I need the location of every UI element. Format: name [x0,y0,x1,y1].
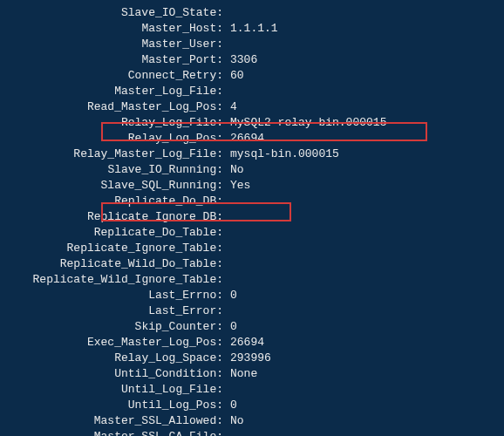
status-value: Yes [227,178,250,194]
status-value: 0 [227,398,237,413]
status-row: Master_Log_File: [0,84,504,99]
status-row: Skip_Counter:0 [0,319,504,335]
status-label: Replicate_Do_DB: [0,194,227,209]
status-label: Relay_Log_File: [0,115,227,131]
status-label: Relay_Log_Space: [0,351,227,366]
status-value [227,256,230,272]
mysql-status-output: Slave_IO_State:Master_Host:1.1.1.1Master… [0,5,504,436]
status-label: Replicate_Wild_Ignore_Table: [0,272,227,288]
status-value: mysql-bin.000015 [227,146,339,162]
status-label: Replicate_Ignore_DB: [0,209,227,225]
status-label: Last_Errno: [0,288,227,303]
status-value: MySQL2-relay-bin.000015 [227,115,386,131]
status-label: Slave_IO_Running: [0,162,227,178]
status-value: 26694 [227,131,264,146]
status-value: No [227,413,244,429]
status-label: Slave_IO_State: [0,5,227,21]
status-row: Master_SSL_CA_File: [0,429,504,436]
status-label: Master_SSL_CA_File: [0,429,227,436]
status-value [227,209,230,225]
status-value: 1.1.1.1 [227,21,278,37]
status-label: Replicate_Wild_Do_Table: [0,256,227,272]
status-row: Relay_Log_File:MySQL2-relay-bin.000015 [0,115,504,131]
status-label: Last_Error: [0,303,227,319]
status-value [227,37,230,52]
status-value: No [227,162,244,178]
status-value: 4 [227,99,237,115]
status-row: Last_Error: [0,303,504,319]
status-value [227,241,230,256]
status-row: Master_SSL_Allowed:No [0,413,504,429]
status-label: Connect_Retry: [0,68,227,84]
status-label: Master_Log_File: [0,84,227,99]
status-label: Master_Host: [0,21,227,37]
status-label: Relay_Master_Log_File: [0,146,227,162]
status-row: Read_Master_Log_Pos:4 [0,99,504,115]
status-row: Slave_IO_Running:No [0,162,504,178]
status-row: Until_Condition:None [0,366,504,382]
status-row: Slave_IO_State: [0,5,504,21]
status-row: Last_Errno:0 [0,288,504,303]
status-value [227,194,230,209]
status-row: Slave_SQL_Running:Yes [0,178,504,194]
status-label: Slave_SQL_Running: [0,178,227,194]
status-row: Replicate_Do_Table: [0,225,504,241]
status-row: Replicate_Wild_Do_Table: [0,256,504,272]
status-label: Relay_Log_Pos: [0,131,227,146]
status-label: Master_SSL_Allowed: [0,413,227,429]
status-value [227,84,230,99]
status-value: None [227,366,257,382]
status-row: Relay_Log_Space:293996 [0,351,504,366]
status-row: Exec_Master_Log_Pos:26694 [0,335,504,351]
status-label: Until_Condition: [0,366,227,382]
status-value: 26694 [227,335,264,351]
status-label: Replicate_Ignore_Table: [0,241,227,256]
status-value: 0 [227,288,237,303]
status-value: 0 [227,319,237,335]
status-value: 3306 [227,52,257,68]
status-label: Master_Port: [0,52,227,68]
status-row: Relay_Log_Pos:26694 [0,131,504,146]
status-value [227,5,230,21]
status-value: 60 [227,68,244,84]
status-row: Until_Log_File: [0,382,504,398]
status-value [227,382,230,398]
status-row: Replicate_Ignore_Table: [0,241,504,256]
status-value [227,429,230,436]
status-row: Relay_Master_Log_File:mysql-bin.000015 [0,146,504,162]
status-label: Replicate_Do_Table: [0,225,227,241]
status-row: Connect_Retry:60 [0,68,504,84]
status-label: Until_Log_File: [0,382,227,398]
status-label: Read_Master_Log_Pos: [0,99,227,115]
status-row: Master_Host:1.1.1.1 [0,21,504,37]
status-label: Master_User: [0,37,227,52]
status-label: Exec_Master_Log_Pos: [0,335,227,351]
status-value [227,303,230,319]
status-row: Replicate_Do_DB: [0,194,504,209]
status-label: Skip_Counter: [0,319,227,335]
status-row: Master_Port:3306 [0,52,504,68]
status-row: Replicate_Wild_Ignore_Table: [0,272,504,288]
status-value: 293996 [227,351,271,366]
status-row: Master_User: [0,37,504,52]
status-row: Until_Log_Pos:0 [0,398,504,413]
status-value [227,272,230,288]
status-row: Replicate_Ignore_DB: [0,209,504,225]
status-label: Until_Log_Pos: [0,398,227,413]
status-value [227,225,230,241]
